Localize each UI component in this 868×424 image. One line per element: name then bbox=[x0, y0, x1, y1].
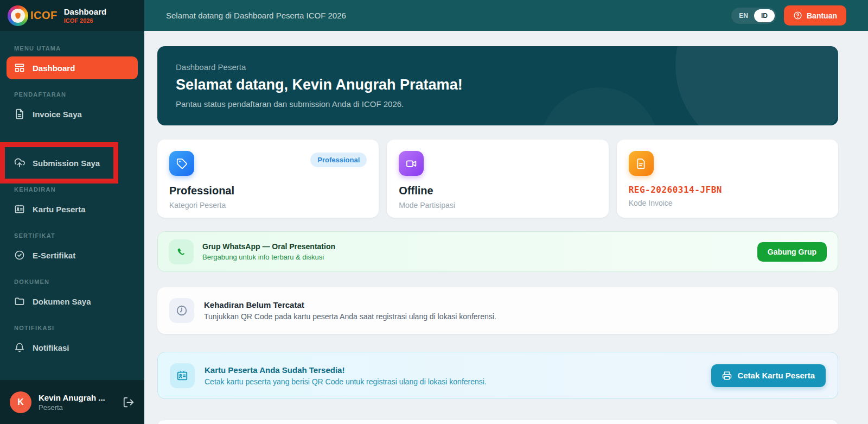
icof-logo-ring bbox=[8, 5, 28, 26]
category-card: Professional Professional Kategori Peser… bbox=[157, 140, 379, 218]
welcome-banner: Dashboard Peserta Selamat datang, Kevin … bbox=[157, 46, 838, 125]
phone-icon bbox=[176, 246, 187, 257]
whatsapp-banner: Grup WhatsApp — Oral Presentation Bergab… bbox=[157, 231, 838, 272]
topbar: Selamat datang di Dashboard Peserta ICOF… bbox=[144, 0, 868, 31]
section-label-notifikasi: NOTIFIKASI bbox=[14, 325, 130, 332]
sidebar-item-label: Dashboard bbox=[33, 64, 75, 73]
participation-mode-value: Offline bbox=[399, 185, 596, 197]
sidebar-header: ICOF Dashboard ICOF 2026 bbox=[0, 0, 144, 31]
sidebar-nav: MENU UTAMA Dashboard PENDAFTARAN Invoice… bbox=[0, 31, 144, 380]
brand-text: ICOF bbox=[30, 9, 58, 22]
whatsapp-title: Grup WhatsApp — Oral Presentation bbox=[202, 242, 335, 251]
icof-logo: ICOF bbox=[8, 5, 58, 26]
sidebar: ICOF Dashboard ICOF 2026 MENU UTAMA Dash… bbox=[0, 0, 144, 424]
dashboard-icon bbox=[14, 62, 25, 73]
upload-cloud-icon bbox=[14, 157, 25, 168]
sidebar-item-submission-saya[interactable]: Submission Saya bbox=[7, 151, 138, 174]
banner-decor-circle bbox=[675, 46, 838, 125]
print-card-label: Cetak Kartu Peserta bbox=[737, 371, 815, 380]
whatsapp-subtitle: Bergabung untuk info terbaru & diskusi bbox=[202, 253, 335, 261]
sidebar-item-kartu-peserta[interactable]: Kartu Peserta bbox=[7, 198, 138, 220]
help-button[interactable]: Bantuan bbox=[784, 5, 846, 26]
sidebar-item-invoice-saya[interactable]: Invoice Saya bbox=[7, 103, 138, 125]
logout-button[interactable] bbox=[123, 396, 135, 408]
participant-card-title: Kartu Peserta Anda Sudah Tersedia! bbox=[205, 365, 487, 375]
sidebar-user-panel: K Kevin Anugrah ... Peserta bbox=[0, 380, 144, 424]
topbar-welcome-text: Selamat datang di Dashboard Peserta ICOF… bbox=[166, 11, 346, 20]
id-card-icon bbox=[14, 204, 25, 214]
lang-option-id[interactable]: ID bbox=[754, 9, 775, 22]
sidebar-subtitle: ICOF 2026 bbox=[64, 17, 106, 24]
attendance-title: Kehadiran Belum Tercatat bbox=[204, 300, 496, 309]
category-badge: Professional bbox=[310, 153, 367, 167]
main-area: Selamat datang di Dashboard Peserta ICOF… bbox=[144, 0, 868, 424]
document-icon bbox=[635, 158, 647, 169]
print-card-button[interactable]: Cetak Kartu Peserta bbox=[711, 364, 826, 387]
section-label-kehadiran: KEHADIRAN bbox=[14, 186, 130, 193]
sidebar-item-notifikasi[interactable]: Notifikasi bbox=[7, 336, 138, 359]
sidebar-item-label: Kartu Peserta bbox=[33, 205, 86, 214]
clock-icon bbox=[176, 305, 188, 317]
language-toggle: EN ID bbox=[731, 8, 776, 24]
help-button-label: Bantuan bbox=[807, 11, 837, 20]
partial-card bbox=[157, 420, 838, 424]
folder-icon bbox=[14, 296, 25, 307]
shield-icon bbox=[14, 12, 22, 20]
attendance-card: Kehadiran Belum Tercatat Tunjukkan QR Co… bbox=[157, 287, 838, 334]
section-label-sertifikat: SERTIFIKAT bbox=[14, 232, 130, 239]
printer-icon bbox=[722, 371, 732, 381]
sidebar-item-label: Notifikasi bbox=[33, 343, 69, 352]
logout-icon bbox=[123, 396, 135, 408]
category-value: Professional bbox=[169, 185, 367, 197]
invoice-code-label: Kode Invoice bbox=[629, 199, 826, 207]
section-label-pendaftaran: PENDAFTARAN bbox=[14, 91, 130, 98]
category-label: Kategori Peserta bbox=[169, 201, 367, 210]
participation-mode-label: Mode Partisipasi bbox=[399, 201, 596, 210]
participation-mode-card: Offline Mode Partisipasi bbox=[387, 140, 608, 218]
section-label-menu-utama: MENU UTAMA bbox=[14, 45, 130, 52]
lang-option-en[interactable]: EN bbox=[733, 9, 754, 22]
sidebar-item-e-sertifikat[interactable]: E-Sertifikat bbox=[7, 244, 138, 267]
bell-icon bbox=[14, 342, 25, 353]
id-card-icon bbox=[176, 370, 188, 382]
video-camera-icon bbox=[406, 158, 417, 169]
check-circle-icon bbox=[14, 250, 25, 261]
sidebar-item-label: Invoice Saya bbox=[33, 110, 82, 119]
invoice-icon bbox=[14, 109, 25, 119]
sidebar-item-label: E-Sertifikat bbox=[33, 251, 75, 260]
participant-card-subtitle: Cetak kartu peserta yang berisi QR Code … bbox=[205, 377, 487, 386]
participant-card-banner: Kartu Peserta Anda Sudah Tersedia! Cetak… bbox=[157, 352, 838, 399]
content: Dashboard Peserta Selamat datang, Kevin … bbox=[144, 31, 868, 424]
user-name: Kevin Anugrah ... bbox=[39, 393, 105, 402]
sidebar-item-dashboard[interactable]: Dashboard bbox=[7, 56, 138, 79]
invoice-code-card: REG-20260314-JFBN Kode Invoice bbox=[617, 140, 838, 218]
sidebar-item-label: Dokumen Saya bbox=[33, 297, 91, 306]
join-group-button[interactable]: Gabung Grup bbox=[757, 242, 827, 262]
sidebar-item-label: Submission Saya bbox=[33, 159, 100, 168]
tag-icon bbox=[176, 158, 188, 169]
help-circle-icon bbox=[793, 11, 802, 20]
invoice-code-value: REG-20260314-JFBN bbox=[629, 185, 826, 195]
sidebar-title: Dashboard bbox=[64, 7, 106, 16]
section-label-dokumen: DOKUMEN bbox=[14, 279, 130, 286]
avatar: K bbox=[10, 391, 31, 413]
sidebar-item-dokumen-saya[interactable]: Dokumen Saya bbox=[7, 290, 138, 313]
user-role: Peserta bbox=[39, 403, 105, 412]
attendance-subtitle: Tunjukkan QR Code pada kartu peserta And… bbox=[204, 312, 496, 321]
stat-cards-row: Professional Professional Kategori Peser… bbox=[157, 140, 838, 218]
